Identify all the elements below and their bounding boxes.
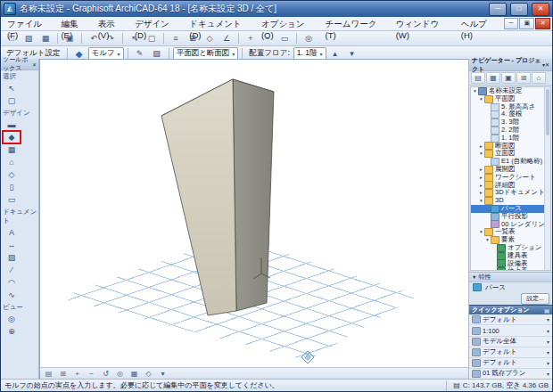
grid-snap-icon[interactable]: ⊞ (185, 31, 201, 45)
zoom-in-icon[interactable]: + (70, 368, 84, 379)
perspective-icon[interactable]: ◇ (142, 368, 155, 379)
tree-expander-icon[interactable]: ▾ (478, 197, 484, 205)
new-file-icon[interactable]: □ (4, 31, 20, 45)
toolbox-section-document: ドキュメント (1, 206, 38, 226)
fill-tool[interactable]: ▨ (3, 251, 21, 264)
settings-button[interactable]: 設定... (521, 293, 549, 305)
guide-lines-icon[interactable]: ∠ (219, 31, 235, 45)
mdi-minimize-button[interactable]: ─ (504, 18, 519, 29)
marquee-icon[interactable]: ▢ (144, 31, 160, 45)
home-icon[interactable]: ⌂ (532, 72, 546, 84)
menu-design[interactable]: デザイン(D) (130, 18, 185, 29)
gravity-icon[interactable]: ◇ (202, 31, 218, 45)
tree-expander-icon[interactable]: ▸ (478, 166, 484, 174)
quick-options-header[interactable]: クイックオプション ▤ (469, 305, 552, 315)
camera-tool[interactable]: ◎ (3, 313, 21, 325)
minimize-button[interactable]: ─ (489, 3, 507, 16)
undo-icon[interactable]: ↶ (86, 31, 102, 45)
pen-set-combo[interactable]: デフォルト▾ (469, 347, 552, 358)
layer-icon (472, 315, 481, 323)
tree-expander-icon[interactable]: ▾ (478, 95, 484, 103)
select-arrow-tool[interactable]: ↖ (3, 82, 21, 94)
tree-scrollbar-thumb[interactable] (546, 89, 549, 135)
orbit-icon[interactable]: ↺ (99, 368, 112, 379)
zoom-box-icon[interactable]: ⊞ (56, 368, 70, 379)
window-title: 名称未設定 - Graphisoft ArchiCAD-64 18 - [名称未… (20, 3, 485, 15)
morph-tool-selected[interactable]: ◆ (3, 131, 21, 143)
dimension-tool[interactable]: ↔ (3, 239, 21, 251)
shell-tool[interactable]: ◇ (3, 168, 21, 181)
tree-expander-icon[interactable]: ▸ (478, 143, 484, 151)
view-layout-icon[interactable]: ▤ (42, 368, 55, 379)
open-file-icon[interactable]: ▧ (21, 31, 37, 45)
view-map-icon[interactable]: ▦ (486, 72, 500, 84)
menu-edit[interactable]: 編集(E) (56, 18, 93, 29)
mdi-close-button[interactable]: ✕ (535, 18, 550, 29)
slab-tool[interactable]: ▦ (3, 143, 21, 156)
tree-expander-icon[interactable]: ▾ (478, 150, 484, 158)
mdi-restore-button[interactable]: ▣ (519, 18, 534, 29)
project-map-icon[interactable]: ▤ (471, 72, 485, 84)
layer-combination-combo[interactable]: デフォルト▾ (469, 314, 552, 325)
roof-tool[interactable]: ⌂ (3, 156, 21, 168)
layers-icon[interactable]: ≡ (168, 31, 184, 45)
menu-document[interactable]: ドキュメント(D) (185, 18, 257, 29)
marquee-tool[interactable]: ▢ (3, 94, 21, 107)
publisher-icon[interactable]: ⊞ (516, 72, 531, 84)
menu-window[interactable]: ウィンドウ(W) (392, 18, 457, 29)
tree-expander-icon[interactable]: ▾ (478, 228, 484, 236)
model-view-options-combo[interactable]: デフォルト▾ (469, 358, 552, 369)
beam-tool[interactable]: ▭ (3, 193, 21, 206)
wall-tool[interactable]: ▬ (3, 118, 21, 131)
zoom-in-icon[interactable]: + (243, 31, 259, 45)
morph-wedge-solid[interactable] (161, 79, 274, 315)
options-icon[interactable]: ◎ (301, 31, 317, 45)
zone-stamp-tool[interactable]: ⊕ (3, 325, 21, 338)
collapse-icon[interactable]: ▼ (472, 274, 476, 280)
tree-item-schedule[interactable]: 仕上表 (471, 267, 550, 270)
properties-header[interactable]: ▼ 特性 (469, 272, 552, 283)
layout-book-icon[interactable]: ▣ (501, 72, 516, 84)
3d-viewport[interactable]: ▤ ⊞ + − ↺ ◎ ▦ ◇ ▾ (39, 59, 468, 380)
text-tool[interactable]: A (3, 226, 21, 239)
line-tool[interactable]: ∕ (3, 264, 21, 276)
model-view-icon (472, 359, 481, 367)
tree-expander-icon[interactable]: ▸ (478, 189, 484, 197)
print-icon[interactable]: ▣ (62, 31, 78, 45)
tree-expander-icon[interactable]: ▾ (472, 87, 478, 95)
close-icon[interactable]: ✕ (545, 61, 549, 68)
look-around-icon[interactable]: ◎ (113, 368, 127, 379)
tree-item-3d-documents[interactable]: ▸3Dドキュメント (471, 189, 550, 197)
fit-view-icon[interactable]: ▭ (276, 31, 293, 45)
tree-expander-icon[interactable]: ▾ (484, 236, 491, 244)
quick-options-menu-icon[interactable]: ▤ (544, 307, 549, 314)
column-tool[interactable]: ▯ (3, 181, 21, 193)
menu-options[interactable]: オプション(O) (257, 18, 321, 29)
menu-teamwork[interactable]: チームワーク(T) (321, 18, 392, 29)
axonometry-icon (491, 213, 499, 221)
menu-view[interactable]: 表示(V) (94, 18, 130, 29)
arc-tool[interactable]: ◠ (3, 276, 21, 289)
zoom-out-icon[interactable]: − (85, 368, 98, 379)
close-icon[interactable]: ✕ (32, 61, 37, 68)
redo-icon[interactable]: ↷ (103, 31, 119, 45)
model-view-options-value: デフォルト (483, 358, 545, 367)
tree-scrollbar[interactable] (544, 87, 550, 270)
close-button[interactable]: ✕ (532, 3, 549, 16)
spline-tool[interactable]: ∿ (3, 289, 21, 301)
toolbox-section-design: デザイン (1, 107, 38, 118)
fit-in-window-icon[interactable]: ▦ (128, 368, 141, 379)
menu-file[interactable]: ファイル(F) (3, 18, 56, 29)
structure-display-value: モデル全体 (483, 337, 545, 346)
tree-expander-icon[interactable]: ▸ (478, 182, 484, 190)
save-icon[interactable]: ▦ (37, 31, 54, 45)
tree-expander-icon[interactable]: ▸ (478, 174, 484, 182)
zoom-out-icon[interactable]: − (260, 31, 276, 45)
structure-display-combo[interactable]: モデル全体▾ (469, 337, 552, 347)
select-arrow-icon[interactable]: ↖ (127, 31, 143, 45)
scale-combo[interactable]: 1:100▾ (469, 325, 552, 336)
project-tree: ▾名称未設定 ▾平面図 5. 最高高さ 4. 屋根 3. 3階 2. 2階 1.… (470, 86, 551, 271)
maximize-button[interactable]: □ (510, 3, 528, 16)
menu-help[interactable]: ヘルプ(H) (457, 18, 503, 29)
more-options-icon[interactable]: ▾ (156, 368, 169, 379)
